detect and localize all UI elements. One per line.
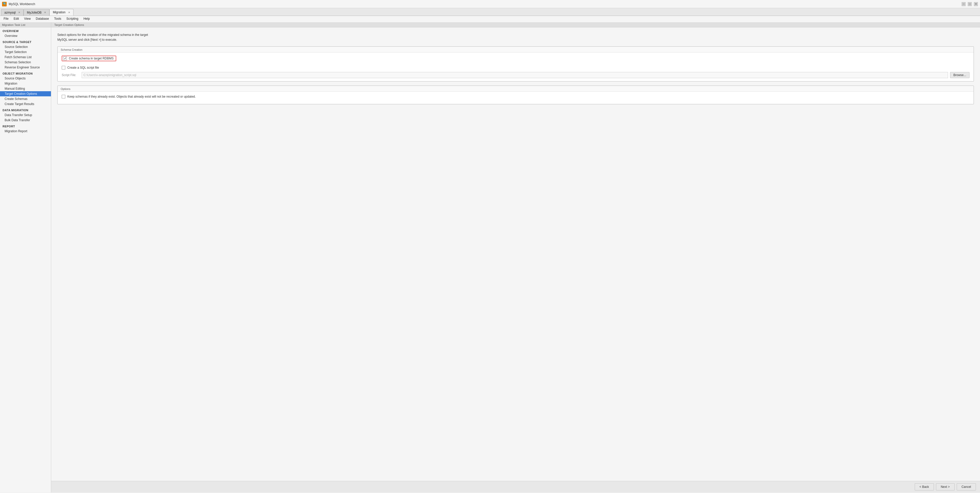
close-button[interactable]: ✕	[974, 2, 978, 6]
script-file-label: Script File:	[62, 73, 80, 77]
sidebar-section-source-target: SOURCE & TARGET	[0, 38, 51, 44]
app-icon: 🐬	[2, 2, 6, 6]
options-group: Options Keep schemas if they already exi…	[57, 86, 974, 104]
sidebar-section-report: REPORT	[0, 123, 51, 129]
main-layout: Migration Task List OVERVIEW Overview SO…	[0, 22, 980, 493]
sidebar-item-target-selection[interactable]: Target Selection	[0, 49, 51, 54]
sidebar-section-object-migration: OBJECT MIGRATION	[0, 70, 51, 76]
tab-label-azmysql: azmysql	[4, 11, 16, 14]
sidebar-item-manual-editing[interactable]: Manual Editing	[0, 86, 51, 91]
create-sql-script-label: Create a SQL script file	[67, 66, 99, 69]
tab-close-azmysql[interactable]: ✕	[18, 11, 20, 14]
create-schema-rdbms-row[interactable]: Create schema in target RDBMS	[62, 56, 116, 61]
schema-creation-group: Schema Creation Create schema in target …	[57, 46, 974, 81]
menu-edit[interactable]: Edit	[11, 16, 22, 22]
script-file-input[interactable]	[82, 72, 948, 78]
bottom-bar: < Back Next > Cancel	[51, 481, 980, 493]
sidebar-item-create-schemas[interactable]: Create Schemas	[0, 96, 51, 102]
sidebar-item-create-target-results[interactable]: Create Target Results	[0, 102, 51, 107]
tab-azmysql[interactable]: azmysql ✕	[1, 9, 24, 16]
cancel-button[interactable]: Cancel	[957, 483, 976, 490]
sidebar-item-reverse-engineer-source[interactable]: Reverse Engineer Source	[0, 65, 51, 70]
sidebar-item-bulk-data-transfer[interactable]: Bulk Data Transfer	[0, 118, 51, 123]
sidebar-item-overview[interactable]: Overview	[0, 34, 51, 38]
menu-bar: File Edit View Database Tools Scripting …	[0, 16, 980, 22]
content-body: Select options for the creation of the m…	[51, 27, 980, 481]
tab-close-migration[interactable]: ✕	[68, 11, 70, 14]
sidebar-header: Migration Task List	[0, 22, 51, 27]
maximize-button[interactable]: □	[968, 2, 972, 6]
sidebar-section-overview: OVERVIEW	[0, 27, 51, 34]
sidebar: Migration Task List OVERVIEW Overview SO…	[0, 22, 51, 493]
sidebar-item-schemas-selection[interactable]: Schemas Selection	[0, 60, 51, 65]
minimize-button[interactable]: ─	[962, 2, 966, 6]
sidebar-item-source-objects[interactable]: Source Objects	[0, 76, 51, 81]
window-controls[interactable]: ─ □ ✕	[962, 2, 978, 6]
sidebar-item-fetch-schemas-list[interactable]: Fetch Schemas List	[0, 54, 51, 60]
next-button[interactable]: Next >	[936, 483, 955, 490]
script-file-row: Script File: Browse...	[62, 72, 969, 78]
menu-database[interactable]: Database	[33, 16, 51, 22]
content-header: Target Creation Options	[51, 22, 980, 27]
tab-close-myjoliedb[interactable]: ✕	[44, 11, 46, 14]
tab-bar: azmysql ✕ MyJolieDB ✕ Migration ✕	[0, 8, 980, 16]
sidebar-section-data-migration: DATA MIGRATION	[0, 107, 51, 112]
options-title: Options	[57, 86, 974, 92]
tab-label-migration: Migration	[53, 11, 65, 14]
description-line2: MySQL server and click [Next >] to execu…	[57, 37, 974, 42]
schema-creation-title: Schema Creation	[57, 47, 974, 53]
keep-schemas-row[interactable]: Keep schemas if they already exist. Obje…	[62, 95, 969, 98]
keep-schemas-label: Keep schemas if they already exist. Obje…	[67, 95, 196, 98]
create-schema-rdbms-checkbox[interactable]	[63, 57, 67, 60]
back-button[interactable]: < Back	[915, 483, 934, 490]
sidebar-item-source-selection[interactable]: Source Selection	[0, 44, 51, 49]
menu-scripting[interactable]: Scripting	[64, 16, 81, 22]
tab-myjoliedb[interactable]: MyJolieDB ✕	[24, 9, 49, 16]
schema-creation-content: Create schema in target RDBMS Create a S…	[57, 53, 974, 81]
app-title: MySQL Workbench	[9, 2, 959, 6]
keep-schemas-checkbox[interactable]	[62, 95, 65, 98]
sidebar-item-migration[interactable]: Migration	[0, 81, 51, 86]
create-schema-rdbms-label: Create schema in target RDBMS	[69, 57, 114, 60]
create-sql-script-row[interactable]: Create a SQL script file	[62, 66, 969, 69]
sidebar-item-data-transfer-setup[interactable]: Data Transfer Setup	[0, 112, 51, 118]
description-line1: Select options for the creation of the m…	[57, 32, 974, 37]
tab-label-myjoliedb: MyJolieDB	[27, 11, 41, 14]
menu-file[interactable]: File	[1, 16, 11, 22]
sidebar-item-target-creation-options[interactable]: Target Creation Options	[0, 91, 51, 96]
options-content: Keep schemas if they already exist. Obje…	[57, 92, 974, 104]
sidebar-item-migration-report[interactable]: Migration Report	[0, 129, 51, 134]
menu-tools[interactable]: Tools	[51, 16, 64, 22]
tab-migration[interactable]: Migration ✕	[49, 9, 73, 16]
title-bar: 🐬 MySQL Workbench ─ □ ✕	[0, 0, 980, 8]
browse-button[interactable]: Browse...	[950, 72, 969, 78]
description: Select options for the creation of the m…	[57, 32, 974, 42]
menu-help[interactable]: Help	[81, 16, 92, 22]
menu-view[interactable]: View	[22, 16, 33, 22]
create-sql-script-checkbox[interactable]	[62, 66, 65, 69]
content-area: Target Creation Options Select options f…	[51, 22, 980, 493]
